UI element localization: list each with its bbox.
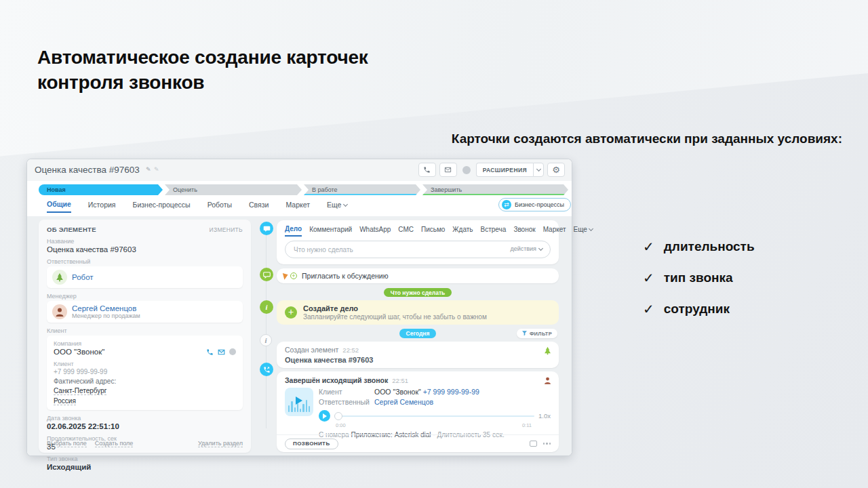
call-toolbar-button[interactable] <box>418 163 436 177</box>
tl-tab-market[interactable]: Маркет <box>543 226 566 236</box>
stage-rate[interactable]: Оценить <box>165 184 302 195</box>
envelope-icon[interactable] <box>218 348 225 356</box>
slide-title: Автоматическое создание карточекконтроля… <box>37 45 368 95</box>
comment-icon[interactable] <box>530 441 537 447</box>
tl-tab-whatsapp[interactable]: WhatsApp <box>359 226 391 236</box>
tl-tab-comment[interactable]: Комментарий <box>309 226 352 236</box>
checklist-item-label: тип звонка <box>664 270 733 285</box>
tab-market[interactable]: Маркет <box>285 201 310 212</box>
tab-general[interactable]: Общие <box>47 200 71 213</box>
person-corner-icon <box>543 376 552 386</box>
seek-handle[interactable] <box>334 412 342 420</box>
address-label: Фактический адрес: <box>54 378 236 385</box>
time-start: 0:00 <box>336 422 346 428</box>
crm-tab-bar: Общие История Бизнес-процессы Роботы Свя… <box>47 200 347 213</box>
check-icon: ✓ <box>643 239 654 255</box>
tab-business-processes[interactable]: Бизнес-процессы <box>133 201 191 212</box>
time-end: 0:11 <box>522 422 532 428</box>
filter-button[interactable]: ФИЛЬТР <box>517 329 557 338</box>
settings-button[interactable]: ⚙ <box>547 163 565 177</box>
edit-title-icon[interactable]: ✎ <box>146 166 151 173</box>
timeline-entry-created[interactable]: Создан элемент 22:52 Оценка качества #97… <box>277 342 559 368</box>
field-label-client: Клиент <box>47 327 243 334</box>
play-icon <box>296 396 302 405</box>
timeline: Дело Комментарий WhatsApp СМС Письмо Жда… <box>277 220 559 452</box>
responsible-link[interactable]: Сергей Семенцов <box>374 398 433 406</box>
messenger-dot-icon <box>229 348 236 355</box>
delete-section-link[interactable]: Удалить раздел <box>198 440 243 447</box>
invite-row[interactable]: + Пригласить к обсуждению <box>277 268 559 283</box>
more-icon[interactable] <box>543 443 551 445</box>
checklist-item-label: длительность <box>664 239 755 254</box>
address-country[interactable]: Россия <box>54 397 76 405</box>
entry-title: Завершён исходящий звонок <box>285 376 388 384</box>
entry-time: 22:52 <box>342 346 359 354</box>
create-field-link[interactable]: Создать поле <box>95 440 134 447</box>
call-back-button[interactable]: ПОЗВОНИТЬ <box>285 439 338 449</box>
tl-tab-call[interactable]: Звонок <box>513 226 535 236</box>
playback-speed[interactable]: 1.0x <box>538 412 551 420</box>
tab-links[interactable]: Связи <box>249 201 269 212</box>
composer-box: действия <box>285 241 551 258</box>
extensions-button[interactable]: РАСШИРЕНИЯ <box>476 163 533 177</box>
seek-track[interactable] <box>334 412 534 420</box>
extensions-caret-button[interactable] <box>533 163 544 177</box>
chevron-down-icon <box>343 201 348 206</box>
stage-new[interactable]: Новая <box>39 184 163 195</box>
client-company: ООО "Звонок" <box>374 388 421 396</box>
responsible-card[interactable]: Робот <box>47 266 243 288</box>
tl-tab-meeting[interactable]: Встреча <box>481 226 507 236</box>
tl-tab-more-label: Еще <box>574 226 587 233</box>
tl-tab-wait[interactable]: Ждать <box>452 226 473 236</box>
manager-card[interactable]: Сергей Семенцов Менеджер по продажам <box>47 301 243 323</box>
responsible-label: Ответственный <box>319 398 374 406</box>
choose-field-link[interactable]: Выбрать поле <box>47 440 87 447</box>
company-name[interactable]: ООО "Звонок" <box>54 348 104 356</box>
manager-link[interactable]: Сергей Семенцов <box>72 304 136 312</box>
play-button[interactable] <box>319 410 330 422</box>
slide-subtitle: Карточки создаются автоматически при зад… <box>452 131 842 146</box>
tl-tab-sms[interactable]: СМС <box>398 226 414 236</box>
email-toolbar-button[interactable] <box>439 163 457 177</box>
call-body: Клиент ООО "Звонок" +7 999 999-99-99 Отв… <box>285 388 551 439</box>
tree-icon <box>55 272 64 282</box>
check-icon: ✓ <box>643 301 654 317</box>
company-row: ООО "Звонок" <box>54 348 236 356</box>
chevron-down-icon <box>538 245 543 250</box>
client-phone-link[interactable]: +7 999 999-99-99 <box>423 388 479 396</box>
checklist-item: ✓ сотрудник <box>643 301 755 317</box>
audio-thumbnail[interactable] <box>285 388 313 416</box>
tl-tab-more[interactable]: Еще <box>574 226 593 236</box>
address-city[interactable]: Санкт-Петербург <box>54 387 106 395</box>
add-todo-button[interactable]: + <box>285 306 297 319</box>
chat-green-icon <box>260 268 273 281</box>
conditions-checklist: ✓ длительность ✓ тип звонка ✓ сотрудник <box>643 239 755 332</box>
manager-role: Менеджер по продажам <box>72 312 140 319</box>
extensions-control: РАСШИРЕНИЯ <box>476 163 544 177</box>
field-label-call-date: Дата звонка <box>47 415 243 422</box>
tab-more[interactable]: Еще <box>327 201 347 212</box>
phone-icon[interactable] <box>206 348 214 356</box>
stage-inwork[interactable]: В работе <box>304 184 420 195</box>
responsible-link[interactable]: Робот <box>72 273 94 281</box>
tab-robots[interactable]: Роботы <box>208 201 232 212</box>
field-value-call-date: 02.06.2025 22:51:10 <box>47 422 243 430</box>
field-label-name: Название <box>47 238 243 245</box>
business-process-button[interactable]: ⇄ Бизнес-процессы <box>498 198 571 211</box>
edit-button[interactable]: ИЗМЕНИТЬ <box>210 226 243 233</box>
call-details: Клиент ООО "Звонок" +7 999 999-99-99 Отв… <box>319 388 551 439</box>
tab-history[interactable]: История <box>88 201 116 212</box>
todo-subtitle: Запланируйте следующий шаг, чтобы не заб… <box>303 313 487 321</box>
chevron-down-icon <box>536 167 540 171</box>
todo-title: Создайте дело <box>303 304 487 312</box>
tl-tab-letter[interactable]: Письмо <box>421 226 445 236</box>
client-phone: +7 999 999-99-99 <box>54 368 236 375</box>
tl-tab-deal[interactable]: Дело <box>285 225 302 237</box>
plus-icon: + <box>290 272 297 279</box>
field-label-manager: Менеджер <box>47 293 243 300</box>
edit-link-icon[interactable]: ✎ <box>154 166 159 173</box>
date-badge[interactable]: Сегодня <box>399 329 437 338</box>
responsible-row: Ответственный Сергей Семенцов <box>319 398 551 406</box>
stage-finish[interactable]: Завершить <box>422 184 568 195</box>
actions-dropdown[interactable]: действия <box>510 245 542 252</box>
